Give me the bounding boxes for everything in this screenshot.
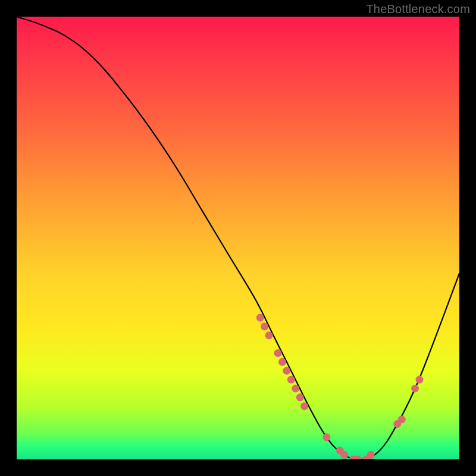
highlight-dot [265,331,273,339]
highlight-dot [292,385,299,393]
highlight-dot [287,376,295,384]
plot-area [17,17,459,459]
bottleneck-curve [17,17,459,459]
chart-stage: TheBottleneck.com [0,0,476,476]
chart-svg [17,17,459,459]
highlight-dot [283,367,290,375]
watermark-label: TheBottleneck.com [366,2,470,16]
highlight-dot [274,349,282,357]
highlight-dot [322,433,330,441]
highlight-dot [300,402,308,410]
highlight-dot [256,314,264,321]
highlight-dot [278,358,286,366]
highlight-dot [416,376,424,384]
highlight-dot [296,393,304,401]
highlight-dot [261,322,268,330]
highlight-dot [367,451,375,459]
highlight-dot [411,385,419,393]
highlight-dot [398,416,406,424]
highlight-dot [340,451,348,459]
highlight-dots [256,314,424,459]
